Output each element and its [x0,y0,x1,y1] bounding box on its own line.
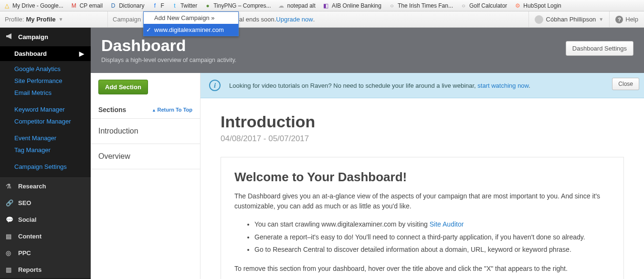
bookmark-item[interactable]: ⚙HubSpot Login [514,2,561,10]
welcome-p1: The Dashboard gives you an at-a-glance v… [234,191,610,211]
info-text: Looking for video tutorials on Raven? No… [229,82,530,89]
bookmark-item[interactable]: ●TinyPNG – Compres... [204,2,271,10]
bookmark-label: CP email [80,2,103,9]
sidebar-section-label: PPC [18,249,31,257]
campaign-add-new[interactable]: Add New Campaign » [144,12,238,24]
bookmark-icon: ◧ [322,2,330,10]
campaign-selector[interactable]: Campaign [107,11,146,27]
sidebar-section-ppc[interactable]: ◎PPC [0,245,91,261]
list-item: Go to Research Central to discover detai… [254,243,610,256]
add-section-button[interactable]: Add Section [98,80,148,94]
info-banner: i Looking for video tutorials on Raven? … [201,73,644,98]
article: Introduction 04/08/2017 - 05/07/2017 Wel… [201,98,644,279]
sidebar-link[interactable]: Keyword Manager [14,103,91,115]
article-heading: Introduction [221,113,624,131]
bookmark-label: AIB Online Banking [332,2,381,9]
welcome-heading: Welcome to Your Dashboard! [234,170,610,185]
bookmark-icon: f [151,2,159,10]
start-watching-link[interactable]: start watching now [477,82,528,89]
section-icon: ⚗ [6,183,14,190]
bookmark-label: notepad alt [287,2,315,9]
sidebar-campaign-head[interactable]: Campaign [0,28,91,46]
bookmark-label: HubSpot Login [523,2,561,9]
bookmark-icon: ○ [388,2,396,10]
campaign-option-label: www.digitalexaminer.com [154,26,224,33]
bookmark-label: Dictionary [119,2,144,9]
bookmark-icon: D [109,2,117,10]
info-icon: i [209,80,221,91]
bookmark-icon: ● [204,2,211,10]
campaign-option-selected[interactable]: ✓ www.digitalexaminer.com [144,24,238,36]
bookmark-icon: M [70,2,78,10]
bookmark-icon: ⚙ [514,2,521,10]
sidebar-section-label: Reports [18,266,42,273]
sidebar-dashboard[interactable]: Dashboard ▶ [0,46,91,61]
sidebar-section-social[interactable]: 💬Social [0,211,91,228]
page-title: Dashboard [101,36,633,55]
bookmark-label: TinyPNG – Compres... [213,2,271,9]
sidebar-link[interactable]: Campaign Settings [14,161,91,173]
welcome-box: Welcome to Your Dashboard! The Dashboard… [221,157,624,279]
section-item[interactable]: Introduction [91,118,200,144]
bookmark-label: My Drive - Google... [12,2,63,9]
sidebar: Campaign Dashboard ▶ Google AnalyticsSit… [0,28,91,279]
sidebar-section-label: Content [18,233,42,240]
bookmark-label: The Irish Times Fan... [398,2,453,9]
bookmark-icon: △ [3,2,11,10]
bookmark-item[interactable]: ○The Irish Times Fan... [388,2,453,10]
campaign-label: Campaign [113,16,141,23]
bookmark-icon: ○ [460,2,467,10]
bookmark-item[interactable]: △My Drive - Google... [3,2,63,10]
sidebar-section-content[interactable]: ▤Content [0,228,91,245]
app-toolbar: Profile: My Profile ▼ Campaign ✎ ☑ ✉ You… [0,11,644,28]
bookmark-item[interactable]: ☁notepad alt [277,2,315,10]
sections-column: Add Section Sections Return To Top Intro… [91,73,201,279]
bookmark-item[interactable]: ◧AIB Online Banking [322,2,381,10]
bookmark-item[interactable]: MCP email [70,2,103,10]
sidebar-link[interactable]: Tag Manager [14,144,91,156]
main-content: Dashboard Displays a high-level overview… [91,28,644,279]
section-icon: 🔗 [6,199,14,207]
megaphone-icon [6,32,14,41]
list-item: You can start crawling www.digitalexamin… [254,218,610,231]
section-icon: ▤ [6,233,14,240]
bookmark-item[interactable]: tTwitter [171,2,197,10]
bookmark-item[interactable]: DDictionary [109,2,144,10]
section-item[interactable]: Overview [91,144,200,169]
dashboard-settings-button[interactable]: Dashboard Settings [566,41,633,56]
avatar-icon [535,15,543,24]
profile-selector[interactable]: Profile: My Profile ▼ [0,16,107,23]
help-label: Help [625,16,638,23]
sidebar-link[interactable]: Site Performance [14,75,91,87]
section-icon: ◎ [6,249,14,257]
campaign-dropdown[interactable]: Add New Campaign » ✓ www.digitalexaminer… [143,11,239,36]
chevron-down-icon: ▼ [599,17,603,22]
bookmark-icon: ☁ [277,2,285,10]
bookmark-item[interactable]: fF [151,2,164,10]
check-icon: ✓ [146,26,151,33]
bookmark-label: F [161,2,164,9]
sidebar-section-research[interactable]: ⚗Research [0,178,91,195]
sidebar-campaign-label: Campaign [18,33,48,41]
sidebar-section-seo[interactable]: 🔗SEO [0,195,91,211]
sidebar-link[interactable]: Email Metrics [14,87,91,99]
close-button[interactable]: Close [612,78,639,90]
return-to-top-link[interactable]: Return To Top [152,107,192,113]
welcome-p2: To remove this section from your dashboa… [234,264,610,274]
bookmarks-bar: △My Drive - Google...MCP emailDDictionar… [0,0,644,11]
sidebar-link[interactable]: Event Manager [14,132,91,144]
sections-title: Sections [98,106,126,114]
sidebar-section-reports[interactable]: ▥Reports [0,261,91,278]
bookmark-item[interactable]: ○Golf Calculator [460,2,507,10]
bookmark-label: Golf Calculator [469,2,507,9]
sidebar-link[interactable]: Competitor Manager [14,115,91,127]
site-auditor-link[interactable]: Site Auditor [430,220,464,228]
sidebar-link[interactable]: Google Analytics [14,63,91,75]
user-menu[interactable]: Cóbhan Phillipson ▼ [528,11,610,27]
bookmark-label: Twitter [180,2,197,9]
upgrade-link[interactable]: Upgrade now [276,16,313,23]
sidebar-section-label: Social [18,216,36,223]
profile-value: My Profile [26,16,55,23]
help-button[interactable]: ? Help [609,11,644,27]
help-icon: ? [615,16,623,23]
